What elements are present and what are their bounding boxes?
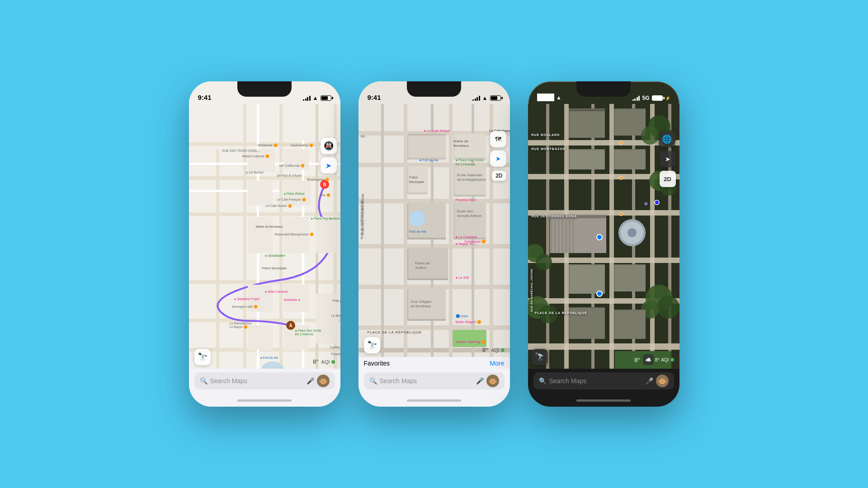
aqi-label-1: AQI: [321, 359, 330, 365]
signal-bars-2: [472, 95, 480, 101]
svg-point-117: [627, 228, 637, 237]
svg-rect-24: [284, 217, 309, 253]
2d-btn-3[interactable]: 2D: [660, 171, 676, 187]
favorites-label: Favorites: [364, 360, 390, 367]
map-area-3[interactable]: RUE BOULARD RUE MONTBAZON RUE DES FRÈRES…: [528, 104, 679, 369]
map-area-2[interactable]: Palais de Justice Cour d'Appel de Bordea…: [359, 104, 510, 357]
temp-3: 8°: [634, 357, 640, 363]
svg-rect-22: [284, 181, 311, 206]
avatar-emoji-1: 🐵: [319, 377, 328, 385]
svg-rect-87: [528, 343, 679, 350]
weather-badge-2: 8° AQI: [482, 347, 504, 353]
svg-rect-28: [248, 325, 273, 350]
wifi-icon-1: ▲: [313, 95, 318, 101]
mic-icon-1[interactable]: 🎤: [307, 377, 314, 385]
avatar-emoji-3: 🐵: [658, 377, 667, 385]
svg-rect-44: [449, 104, 453, 357]
svg-rect-108: [551, 216, 552, 253]
bottom-bar-2: 🔍 Search Maps 🎤 🐵: [359, 369, 510, 394]
search-bar-2[interactable]: 🔍 Search Maps 🎤 🐵: [364, 372, 505, 389]
svg-point-119: [641, 127, 659, 145]
home-indicator-1: [189, 394, 340, 407]
binoculars-btn-1[interactable]: 🔭: [194, 349, 211, 365]
signal-bar-3-3: [637, 97, 638, 101]
signal-bar-3: [307, 97, 308, 101]
search-icon-1: 🔍: [200, 377, 208, 385]
svg-text:de la Magistrature: de la Magistrature: [457, 178, 486, 182]
status-bar-2: 9:41 ▲: [359, 81, 510, 104]
binoculars-btn-2[interactable]: 🔭: [364, 337, 380, 353]
globe-btn[interactable]: 🌐: [659, 131, 675, 147]
svg-text:Mairie de: Mairie de: [453, 139, 468, 143]
signal-bar-3-4: [638, 96, 640, 101]
search-placeholder-3: Search Maps: [549, 377, 643, 385]
street-label-marechal: RUE DU MARÉCHAL JOFFRE: [530, 262, 533, 312]
svg-text:Palais de: Palais de: [415, 261, 430, 265]
battery-fill-2: [491, 96, 497, 100]
svg-text:de Bordeaux: de Bordeaux: [410, 304, 431, 308]
svg-rect-110: [558, 216, 560, 253]
svg-rect-131: [570, 265, 605, 294]
transit-button-1[interactable]: 🚇: [321, 138, 337, 154]
signal-bar-2: [305, 99, 307, 101]
poi2-bistro: Bistro Régent 🟠: [456, 320, 481, 324]
svg-rect-137: [615, 310, 646, 339]
poi2-pizzeria: Pizzeria Dieci: [456, 198, 476, 202]
search-icon-3: 🔍: [539, 377, 547, 385]
svg-text:B: B: [323, 182, 326, 187]
svg-rect-10: [216, 149, 219, 369]
home-bar-2: [407, 399, 461, 402]
svg-text:École des: École des: [457, 209, 473, 213]
search-bar-1[interactable]: 🔍 Search Maps 🎤 🐵: [194, 372, 335, 389]
avatar-3[interactable]: 🐵: [656, 375, 669, 387]
location-button-2[interactable]: ➤: [490, 150, 506, 167]
binoculars-btn-3[interactable]: 🔭: [532, 349, 548, 365]
svg-rect-61: [408, 288, 446, 319]
map-svg-1: A B: [189, 104, 340, 369]
arrow-ctrl-3: ➤: [660, 151, 676, 167]
svg-rect-70: [454, 202, 486, 238]
poi2-fastroquet: Fastroquet 🟠: [465, 239, 486, 244]
map-area-1[interactable]: A B Melobowls 🟠 Joy&Jewelry 🟠 Maison Lej…: [189, 104, 340, 369]
2d-btn-2[interactable]: 2D: [492, 171, 506, 181]
avatar-1[interactable]: 🐵: [317, 375, 330, 387]
status-icons-3: 5G ⚡: [632, 95, 670, 101]
svg-rect-113: [569, 216, 571, 253]
svg-text:Bordeaux: Bordeaux: [453, 144, 469, 148]
aqi-1: AQI: [321, 359, 335, 365]
location-button-1[interactable]: ➤: [321, 157, 337, 174]
signal-bars-3: [632, 95, 640, 101]
avatar-2[interactable]: 🐵: [486, 375, 499, 387]
phone-2: 9:41 ▲: [359, 81, 510, 407]
svg-text:Fort du Hà: Fort du Hà: [409, 230, 426, 234]
svg-rect-102: [570, 150, 605, 169]
more-button[interactable]: More: [490, 360, 505, 367]
battery-icon-3: [652, 95, 663, 101]
street-label-freres-bonie: RUE DES FRÈRES BONIE: [532, 215, 578, 218]
svg-text:Cour d'Appel: Cour d'Appel: [410, 300, 431, 304]
svg-text:Municipale: Municipale: [409, 180, 425, 184]
svg-rect-26: [248, 285, 273, 312]
svg-rect-21: [248, 181, 273, 206]
aqi-dot-1: [331, 360, 335, 364]
svg-rect-75: [409, 211, 425, 226]
svg-text:École Nationale: École Nationale: [457, 173, 483, 177]
mic-icon-2[interactable]: 🎤: [476, 377, 484, 385]
weather-badge-3: 8° ☁️ 8° AQI: [634, 354, 674, 365]
poi2-arbc-label: rbc...: [361, 135, 368, 138]
map-style-btn-2[interactable]: 🗺: [490, 131, 506, 147]
bottom-bar-3: 🔍 Search Maps 🎤 🐵: [528, 369, 679, 394]
signal-bar-2-1: [472, 99, 474, 101]
location-btn-3[interactable]: ➤: [660, 151, 676, 167]
svg-rect-8: [279, 104, 283, 369]
svg-text:Police: Police: [409, 176, 418, 179]
home-indicator-2: [359, 394, 510, 407]
mic-icon-3[interactable]: 🎤: [646, 377, 653, 385]
search-bar-3[interactable]: 🔍 Search Maps 🎤 🐵: [533, 372, 674, 389]
street-label-boulard: RUE BOULARD: [532, 133, 560, 136]
temp-display-3: 8°: [655, 357, 660, 362]
temp-1: 8°: [313, 358, 318, 365]
signal-bar-2-3: [476, 97, 478, 101]
signal-bar-4: [309, 96, 311, 101]
globe-icon-btn-3: 🌐: [659, 131, 675, 147]
